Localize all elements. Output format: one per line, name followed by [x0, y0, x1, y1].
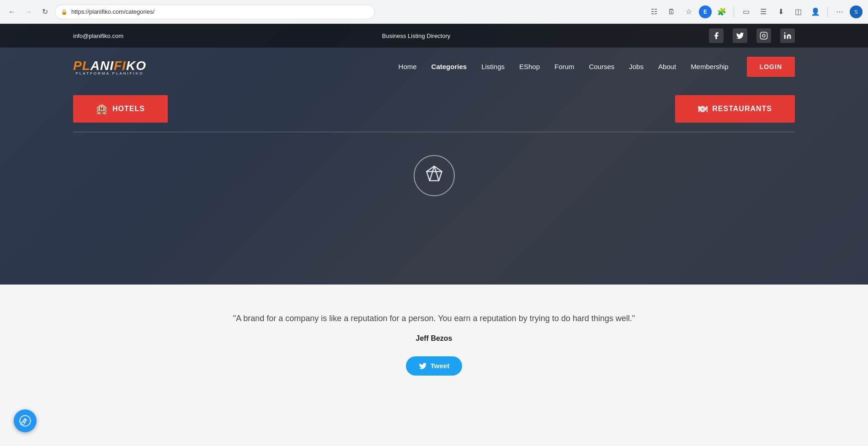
nav-item-membership[interactable]: Membership: [691, 63, 729, 71]
browser-actions: ☷ 🗓 ☆ E 🧩 ▭ ☰ ⬇ ◫ 👤 ⋯ S: [647, 5, 863, 19]
nav-link-about[interactable]: About: [658, 63, 676, 70]
hotels-button[interactable]: 🏨 HOTELS: [73, 95, 168, 123]
nav-item-eshop[interactable]: EShop: [519, 63, 540, 71]
tweet-button[interactable]: Tweet: [406, 356, 462, 376]
nav-links: Home Categories Listings EShop Forum Cou…: [399, 63, 729, 71]
profile-button[interactable]: 👤: [808, 5, 823, 19]
svg-point-3: [784, 32, 786, 34]
instagram-icon[interactable]: [756, 28, 771, 43]
hero-content: 🏨 HOTELS 🍽 RESTAURANTS: [0, 86, 868, 210]
restaurants-button[interactable]: 🍽 RESTAURANTS: [675, 95, 795, 123]
top-bar: info@planifiko.com Business Listing Dire…: [0, 24, 868, 48]
address-bar[interactable]: 🔒 https://planifiko.com/categories/: [55, 5, 375, 19]
hero-divider: [73, 132, 795, 132]
hotels-icon: 🏨: [96, 103, 108, 114]
divider2: [827, 6, 828, 17]
quote-section: "A brand for a company is like a reputat…: [0, 285, 868, 403]
facebook-icon[interactable]: [709, 28, 724, 43]
login-button[interactable]: LOGIN: [747, 57, 795, 77]
nav-item-listings[interactable]: Listings: [481, 63, 505, 71]
tweet-label: Tweet: [431, 362, 449, 370]
nav-link-categories[interactable]: Categories: [431, 63, 467, 70]
nav-link-eshop[interactable]: EShop: [519, 63, 540, 70]
hotels-label: HOTELS: [112, 105, 145, 113]
logo-text: PLANIFIKO: [73, 59, 146, 73]
sidebar-button[interactable]: ▭: [739, 5, 753, 19]
nav-link-home[interactable]: Home: [399, 63, 417, 70]
site-tagline: Business Listing Directory: [382, 32, 451, 39]
reload-button[interactable]: ↻: [38, 5, 51, 18]
nav-item-forum[interactable]: Forum: [554, 63, 574, 71]
extensions-button[interactable]: 🧩: [714, 5, 729, 19]
nav-link-courses[interactable]: Courses: [589, 63, 614, 70]
nav-link-jobs[interactable]: Jobs: [629, 63, 644, 70]
svg-rect-2: [784, 35, 786, 39]
restaurants-label: RESTAURANTS: [712, 105, 772, 113]
diamond-icon: [425, 165, 443, 187]
url-text: https://planifiko.com/categories/: [71, 8, 154, 15]
nav-item-jobs[interactable]: Jobs: [629, 63, 644, 71]
email-link[interactable]: info@planifiko.com: [73, 32, 123, 39]
logo[interactable]: PLANIFIKO PLATFORMA PLANIFIKO: [73, 59, 146, 75]
linkedin-icon[interactable]: [780, 28, 795, 43]
reading-list-button[interactable]: ☰: [756, 5, 771, 19]
nav-item-categories[interactable]: Categories: [431, 63, 467, 71]
navbar: PLANIFIKO PLATFORMA PLANIFIKO Home Categ…: [0, 48, 868, 86]
svg-marker-4: [426, 166, 442, 181]
diamond-circle: [414, 155, 455, 196]
tweet-icon: [419, 362, 427, 370]
twitter-icon[interactable]: [733, 28, 747, 43]
extension-avatar[interactable]: S: [850, 5, 863, 18]
downloads-button[interactable]: ⬇: [773, 5, 788, 19]
back-button[interactable]: ←: [5, 5, 18, 18]
nav-link-forum[interactable]: Forum: [554, 63, 574, 70]
svg-rect-0: [761, 32, 767, 39]
divider: [734, 6, 734, 17]
more-menu-button[interactable]: ⋯: [832, 5, 847, 19]
nav-item-about[interactable]: About: [658, 63, 676, 71]
restaurants-icon: 🍽: [698, 104, 708, 114]
category-buttons-row: 🏨 HOTELS 🍽 RESTAURANTS: [0, 95, 868, 123]
lock-icon: 🔒: [61, 9, 68, 15]
nav-item-courses[interactable]: Courses: [589, 63, 614, 71]
tab-search-button[interactable]: ◫: [791, 5, 805, 19]
nav-item-home[interactable]: Home: [399, 63, 417, 71]
profile-avatar[interactable]: E: [699, 5, 712, 18]
nav-link-listings[interactable]: Listings: [481, 63, 505, 70]
reader-mode-button[interactable]: ☷: [647, 5, 661, 19]
browser-chrome: ← → ↻ 🔒 https://planifiko.com/categories…: [0, 0, 868, 24]
bookmark-button[interactable]: ☆: [682, 5, 696, 19]
nav-link-membership[interactable]: Membership: [691, 63, 729, 70]
save-tab-button[interactable]: 🗓: [664, 5, 679, 19]
quote-author: Jeff Bezos: [91, 334, 777, 343]
forward-button[interactable]: →: [22, 5, 35, 18]
social-links: [709, 28, 795, 43]
quote-text: "A brand for a company is like a reputat…: [91, 312, 777, 325]
hero-section: info@planifiko.com Business Listing Dire…: [0, 24, 868, 285]
